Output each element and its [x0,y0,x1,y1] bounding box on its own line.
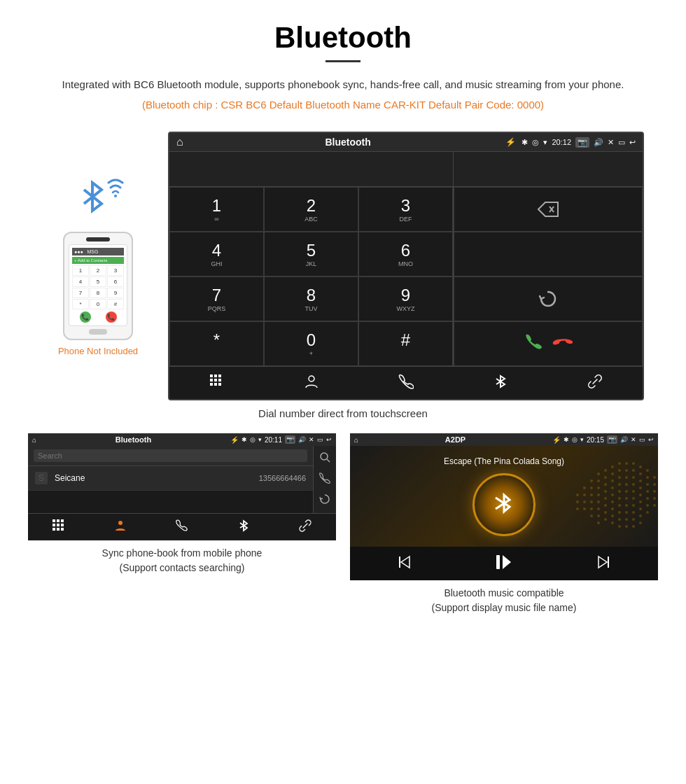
svg-point-34 [590,493,593,496]
pb-refresh-action-icon[interactable] [319,493,330,507]
nav-phone-icon[interactable] [398,374,414,392]
pb-nav-keypad[interactable] [52,519,65,535]
dial-key-2[interactable]: 2ABC [264,187,358,232]
svg-rect-15 [52,519,55,522]
svg-point-106 [646,497,649,500]
svg-point-52 [604,511,607,514]
svg-marker-114 [401,556,410,568]
nav-link-icon[interactable] [587,374,603,392]
pb-nav-bluetooth[interactable] [237,519,250,535]
svg-point-99 [639,507,642,510]
svg-point-37 [590,514,593,517]
bluetooth-small-nav-icon [237,519,250,532]
play-pause-button[interactable] [494,552,514,575]
svg-point-71 [618,518,621,521]
music-caption: Bluetooth music compatible (Support disp… [350,586,658,615]
svg-point-83 [632,462,635,465]
nav-contacts-icon[interactable] [304,374,319,392]
pb-contact-row: S Seicane 13566664466 [28,466,313,491]
music-close-icon: ✕ [631,436,636,443]
svg-rect-20 [61,524,64,526]
music-status-title: A2DP [361,435,550,444]
svg-point-54 [611,465,614,468]
dial-key-6[interactable]: 6MNO [358,232,453,276]
call-green-button[interactable] [524,332,545,356]
pb-status-bar: ⌂ Bluetooth ⚡ ✱ ◎ ▾ 20:11 📷 🔊 ✕ ▭ ↩ [28,433,336,446]
svg-point-13 [321,453,328,460]
pb-nav-contacts[interactable] [114,519,127,535]
svg-rect-9 [210,383,213,386]
svg-point-38 [597,472,600,475]
dial-right-display [454,152,643,187]
car-display: ⌂ Bluetooth ⚡ ✱ ◎ ▾ 20:12 📷 🔊 ✕ ▭ ↩ [168,132,644,400]
phone-call-green-btn: 📞 [80,312,91,323]
svg-point-95 [639,479,642,482]
nav-bluetooth-icon[interactable] [493,374,508,392]
svg-point-57 [611,486,614,489]
svg-marker-118 [598,556,607,568]
pb-call-action-icon[interactable] [319,472,330,486]
pb-nav-link[interactable] [299,519,312,535]
pb-back-icon: ↩ [326,436,332,443]
empty-cell-1 [454,232,643,276]
phone-mockup: ●●● MSG + Add to Contacts 123 456 789 *0… [63,232,133,340]
prev-track-button[interactable] [397,554,412,573]
dial-key-3[interactable]: 3DEF [358,187,453,232]
dial-key-9[interactable]: 9WXYZ [358,276,453,321]
phone-call-row: 📞 📞 [72,312,124,323]
phonebook-screen: ⌂ Bluetooth ⚡ ✱ ◎ ▾ 20:11 📷 🔊 ✕ ▭ ↩ [28,433,336,540]
svg-point-100 [639,514,642,517]
svg-point-61 [611,514,614,517]
pb-search-input[interactable] [34,449,307,462]
backspace-cell[interactable] [454,187,643,232]
search-icon [319,451,330,463]
music-loc-icon: ◎ [572,436,578,443]
svg-point-42 [597,500,600,503]
svg-point-63 [618,462,621,465]
status-bar-right: ✱ ◎ ▾ 20:12 📷 🔊 ✕ ▭ ↩ [522,137,636,148]
status-bar-title: Bluetooth [190,136,506,148]
svg-point-56 [611,479,614,482]
svg-point-75 [625,476,628,479]
svg-rect-10 [214,383,217,386]
dial-key-4[interactable]: 4GHI [169,232,264,276]
dial-key-star[interactable]: * [169,321,264,366]
dial-key-0[interactable]: 0+ [264,321,358,366]
dial-key-1[interactable]: 1∞ [169,187,264,232]
keypad-small-icon [52,519,65,532]
location-icon: ◎ [532,138,539,147]
pb-caption-line1: Sync phone-book from mobile phone [102,547,262,559]
music-usb-icon: ⚡ [552,436,561,444]
svg-point-67 [618,490,621,493]
dial-key-7[interactable]: 7PQRS [169,276,264,321]
refresh-cell[interactable] [454,276,643,321]
call-buttons-cell [454,321,643,366]
svg-point-39 [597,479,600,482]
dot-pattern [574,460,658,533]
svg-point-64 [618,469,621,472]
svg-point-49 [604,490,607,493]
dial-key-8[interactable]: 8TUV [264,276,358,321]
svg-rect-3 [210,374,213,377]
main-screen-row: ●●● MSG + Add to Contacts 123 456 789 *0… [28,132,658,400]
pb-usb-icon: ⚡ [230,436,239,444]
svg-point-46 [604,469,607,472]
phone-screen: ●●● MSG + Add to Contacts 123 456 789 *0… [69,244,127,326]
pb-search-action-icon[interactable] [319,451,330,465]
svg-point-111 [653,490,656,493]
phonebook-caption: Sync phone-book from mobile phone (Suppo… [28,546,336,575]
pb-close-icon: ✕ [309,436,314,443]
call-red-button[interactable] [552,332,573,356]
pb-nav-phone[interactable] [176,519,188,535]
nav-keypad-icon[interactable] [209,374,225,392]
bluetooth-symbol-icon [77,179,108,218]
dial-key-hash[interactable]: # [358,321,453,366]
dial-display [169,152,453,187]
svg-point-82 [625,525,628,528]
svg-rect-17 [61,519,64,522]
next-track-button[interactable] [596,554,611,573]
svg-point-91 [632,518,635,521]
music-home-icon: ⌂ [354,436,358,444]
dial-key-5[interactable]: 5JKL [264,232,358,276]
pb-camera-icon: 📷 [285,435,295,444]
